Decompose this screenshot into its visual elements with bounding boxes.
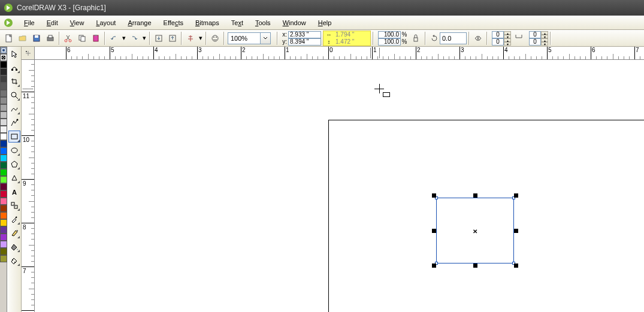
lock-ratio-button[interactable]	[410, 31, 422, 46]
swatch[interactable]	[0, 155, 7, 162]
spinner[interactable]: ▴▾	[504, 31, 511, 38]
swatch[interactable]	[0, 205, 7, 212]
height-input[interactable]	[334, 38, 370, 46]
ellipse-tool[interactable]	[8, 144, 20, 156]
swatch[interactable]	[0, 126, 7, 133]
menu-layout[interactable]: Layout	[90, 17, 122, 28]
swatch[interactable]	[0, 176, 7, 183]
swatch[interactable]	[0, 162, 7, 169]
corner-x2-input[interactable]	[529, 31, 541, 38]
ruler-vertical[interactable]: 11109876	[22, 60, 35, 312]
swatch[interactable]	[0, 212, 7, 219]
shape-tool[interactable]	[8, 62, 20, 74]
text-tool[interactable]: A	[8, 186, 20, 198]
menu-edit[interactable]: Edit	[41, 17, 64, 28]
undo-dropdown[interactable]: ▾	[121, 32, 127, 45]
swatch[interactable]	[0, 104, 7, 111]
scale-x-input[interactable]	[378, 31, 401, 38]
center-marker[interactable]: ✕	[473, 228, 477, 235]
menu-bitmaps[interactable]: Bitmaps	[189, 17, 225, 28]
swatch[interactable]	[0, 183, 7, 190]
swatch[interactable]	[0, 133, 7, 140]
swatch[interactable]	[0, 61, 7, 68]
fill-tool[interactable]	[8, 241, 20, 253]
swatch[interactable]	[0, 147, 7, 155]
basic-shapes-tool[interactable]	[8, 172, 20, 184]
copy-button[interactable]	[75, 32, 89, 45]
swatch[interactable]	[0, 90, 7, 97]
swatch[interactable]	[0, 198, 7, 205]
interactive-fill-tool[interactable]	[8, 255, 20, 266]
swatch[interactable]	[0, 190, 7, 198]
smart-drawing-tool[interactable]	[8, 117, 20, 129]
menu-tools[interactable]: Tools	[249, 17, 277, 28]
paste-button[interactable]	[89, 32, 102, 45]
resize-handle[interactable]	[514, 263, 518, 268]
resize-handle[interactable]	[432, 229, 436, 233]
swatch[interactable]	[0, 169, 7, 176]
freehand-tool[interactable]	[8, 103, 20, 115]
swatch[interactable]	[0, 68, 7, 75]
ruler-horizontal[interactable]: 65432101234567	[35, 47, 644, 60]
spinner[interactable]: ▴▾	[504, 38, 511, 46]
swatch[interactable]	[0, 97, 7, 104]
swatch[interactable]	[0, 248, 7, 255]
menu-view[interactable]: View	[64, 17, 90, 28]
menu-arrange[interactable]: Arrange	[122, 17, 157, 28]
corner-toggle-icon[interactable]	[513, 31, 525, 46]
swatch-editor-icon[interactable]	[0, 47, 7, 54]
menu-window[interactable]: Window	[277, 17, 312, 28]
zoom-tool[interactable]	[8, 89, 20, 101]
x-input[interactable]	[288, 31, 321, 38]
width-input[interactable]	[334, 31, 370, 38]
ruler-origin[interactable]	[22, 47, 35, 60]
swatch[interactable]	[0, 234, 7, 241]
canvas[interactable]: ✕	[35, 60, 644, 312]
redo-button[interactable]	[128, 32, 141, 45]
print-button[interactable]	[44, 32, 57, 45]
spinner[interactable]: ▴▾	[541, 38, 548, 46]
menu-help[interactable]: Help	[312, 17, 338, 28]
resize-handle[interactable]	[473, 193, 477, 198]
corner-x1-input[interactable]	[492, 31, 504, 38]
swatch[interactable]	[0, 119, 7, 126]
undo-button[interactable]	[107, 32, 120, 45]
swatch[interactable]	[0, 140, 7, 147]
mirror-h-button[interactable]	[471, 32, 485, 45]
app-launcher-button[interactable]	[184, 32, 197, 45]
swatch[interactable]	[0, 255, 7, 262]
launcher-dropdown[interactable]: ▾	[198, 32, 204, 45]
eyedropper-tool[interactable]	[8, 213, 20, 225]
resize-handle[interactable]	[432, 193, 436, 198]
swatch[interactable]	[0, 226, 7, 234]
swatch[interactable]	[0, 111, 7, 119]
import-button[interactable]	[152, 32, 165, 45]
save-button[interactable]	[30, 32, 43, 45]
menu-file[interactable]: File	[18, 17, 41, 28]
scale-y-input[interactable]	[378, 38, 401, 46]
swatch[interactable]	[0, 75, 7, 83]
resize-handle[interactable]	[473, 263, 477, 268]
interactive-blend-tool[interactable]	[8, 199, 20, 211]
corner-y1-input[interactable]	[492, 38, 504, 46]
y-input[interactable]	[288, 38, 321, 46]
menu-effects[interactable]: Effects	[158, 17, 189, 28]
swatch-none[interactable]: ⊠	[0, 54, 7, 61]
swatch[interactable]	[0, 219, 7, 226]
resize-handle[interactable]	[432, 263, 436, 268]
redo-dropdown[interactable]: ▾	[141, 32, 147, 45]
rectangle-tool[interactable]	[8, 131, 20, 143]
new-button[interactable]	[2, 32, 16, 45]
swatch[interactable]	[0, 241, 7, 248]
resize-handle[interactable]	[514, 229, 518, 233]
outline-tool[interactable]	[8, 227, 20, 239]
zoom-field[interactable]	[228, 32, 271, 44]
selected-rectangle[interactable]: ✕	[436, 198, 514, 263]
polygon-tool[interactable]	[8, 158, 20, 170]
crop-tool[interactable]	[8, 75, 20, 87]
pick-tool[interactable]	[8, 48, 20, 60]
corner-y2-input[interactable]	[529, 38, 541, 46]
spinner[interactable]: ▴▾	[541, 31, 548, 38]
welcome-button[interactable]	[208, 32, 222, 45]
rotation-input[interactable]	[440, 32, 467, 44]
